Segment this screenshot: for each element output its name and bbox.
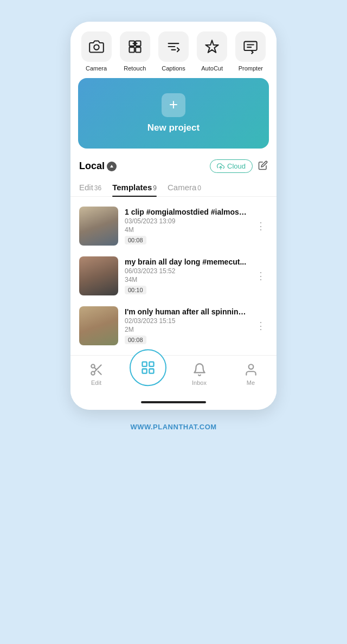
arrow-up-icon (109, 164, 114, 169)
project-duration: 00:08 (125, 336, 146, 344)
svg-rect-13 (142, 362, 146, 366)
captions-icon (166, 39, 181, 54)
new-project-plus-icon: + (162, 93, 185, 117)
footer-url: WWW.PLANNTHAT.COM (130, 423, 216, 431)
svg-line-11 (98, 371, 101, 375)
project-thumbnail (79, 256, 118, 295)
captions-icon-box (158, 31, 189, 62)
svg-rect-16 (149, 369, 153, 373)
tab-templates-count: 9 (153, 184, 157, 192)
tool-autocut[interactable]: AutoCut (197, 31, 227, 72)
table-row[interactable]: my brain all day long #memecut... 06/03/… (70, 251, 277, 301)
svg-rect-3 (129, 47, 134, 52)
storage-actions: Cloud (210, 159, 268, 173)
local-sort-arrow[interactable] (107, 162, 117, 171)
prompter-icon-box (235, 31, 266, 62)
svg-point-0 (94, 45, 99, 50)
tab-templates[interactable]: Templates9 (112, 178, 157, 196)
table-row[interactable]: I'm only human after all spinning... 02/… (70, 301, 277, 351)
tool-autocut-label: AutoCut (201, 65, 223, 72)
tool-captions-label: Captions (162, 65, 185, 72)
svg-line-12 (94, 368, 96, 370)
cloud-button[interactable]: Cloud (210, 159, 253, 173)
project-more-button[interactable]: ⋮ (254, 218, 268, 234)
project-more-button[interactable]: ⋮ (254, 318, 268, 334)
nav-inbox[interactable]: Inbox (183, 362, 216, 386)
pencil-icon (258, 160, 268, 170)
svg-rect-4 (136, 47, 140, 52)
tool-camera-label: Camera (86, 65, 107, 72)
tool-captions[interactable]: Captions (158, 31, 189, 72)
autocut-icon-box (197, 31, 227, 62)
tool-camera[interactable]: Camera (81, 31, 112, 72)
tab-camera-count: 0 (197, 184, 201, 192)
bottom-nav: Edit Template Inbox (70, 355, 277, 395)
nav-me-label: Me (247, 379, 255, 386)
svg-rect-15 (142, 369, 146, 373)
nav-me[interactable]: Me (235, 362, 267, 386)
svg-rect-14 (149, 362, 153, 366)
tools-row: Camera Retouch Ca (70, 22, 277, 78)
project-more-button[interactable]: ⋮ (254, 268, 268, 284)
project-date: 03/05/2023 13:09 (125, 217, 247, 225)
project-info: my brain all day long #memecut... 06/03/… (125, 257, 247, 294)
tab-edit-count: 36 (94, 184, 101, 192)
template-icon (140, 360, 156, 375)
person-icon (243, 362, 259, 377)
tab-templates-label: Templates (112, 183, 152, 192)
retouch-icon (127, 39, 143, 54)
autocut-icon (204, 39, 220, 54)
project-thumbnail (79, 306, 118, 345)
tab-edit[interactable]: Edit36 (79, 178, 101, 196)
nav-inbox-label: Inbox (192, 379, 207, 386)
tab-edit-label: Edit (79, 183, 93, 192)
home-indicator (141, 401, 206, 403)
template-active-circle (130, 349, 166, 386)
storage-header: Local Cloud (70, 156, 277, 178)
tab-camera[interactable]: Camera0 (168, 178, 201, 196)
new-project-label: New project (147, 123, 200, 133)
new-project-banner[interactable]: + New project (78, 78, 269, 149)
bell-icon (192, 362, 207, 377)
project-date: 02/03/2023 15:15 (125, 317, 247, 325)
tool-prompter[interactable]: Prompter (235, 31, 266, 72)
tabs-row: Edit36 Templates9 Camera0 (70, 178, 277, 197)
project-date: 06/03/2023 15:52 (125, 267, 247, 275)
project-title: my brain all day long #memecut... (125, 257, 247, 266)
project-title: I'm only human after all spinning... (125, 307, 247, 316)
camera-icon-box (81, 31, 112, 62)
edit-pencil-button[interactable] (258, 160, 268, 172)
tool-prompter-label: Prompter (239, 65, 263, 72)
tool-retouch[interactable]: Retouch (120, 31, 150, 72)
cloud-upload-icon (217, 163, 224, 170)
svg-marker-6 (110, 165, 113, 168)
retouch-icon-box (120, 31, 150, 62)
local-text: Local (79, 160, 105, 172)
project-duration: 00:08 (125, 236, 146, 244)
tab-camera-label: Camera (168, 183, 196, 192)
scissors-icon (89, 362, 104, 377)
project-info: I'm only human after all spinning... 02/… (125, 307, 247, 344)
phone-frame: Camera Retouch Ca (70, 22, 277, 410)
project-title: 1 clip #omgialmostdied #ialmost... (125, 208, 247, 216)
project-size: 34M (125, 276, 247, 284)
svg-point-17 (248, 364, 253, 369)
camera-icon (89, 39, 104, 54)
nav-template[interactable]: Template (132, 357, 164, 386)
tool-retouch-label: Retouch (124, 65, 146, 72)
prompter-icon (243, 39, 258, 54)
project-size: 4M (125, 226, 247, 234)
project-duration: 00:10 (125, 286, 146, 294)
nav-edit-label: Edit (91, 379, 101, 386)
table-row[interactable]: 1 clip #omgialmostdied #ialmost... 03/05… (70, 201, 277, 251)
project-thumbnail (79, 207, 118, 246)
svg-rect-5 (245, 42, 257, 50)
project-list: 1 clip #omgialmostdied #ialmost... 03/05… (70, 197, 277, 355)
project-size: 2M (125, 326, 247, 333)
nav-edit[interactable]: Edit (80, 362, 113, 386)
local-storage-label[interactable]: Local (79, 160, 117, 172)
cloud-btn-label: Cloud (227, 162, 246, 170)
project-info: 1 clip #omgialmostdied #ialmost... 03/05… (125, 208, 247, 244)
